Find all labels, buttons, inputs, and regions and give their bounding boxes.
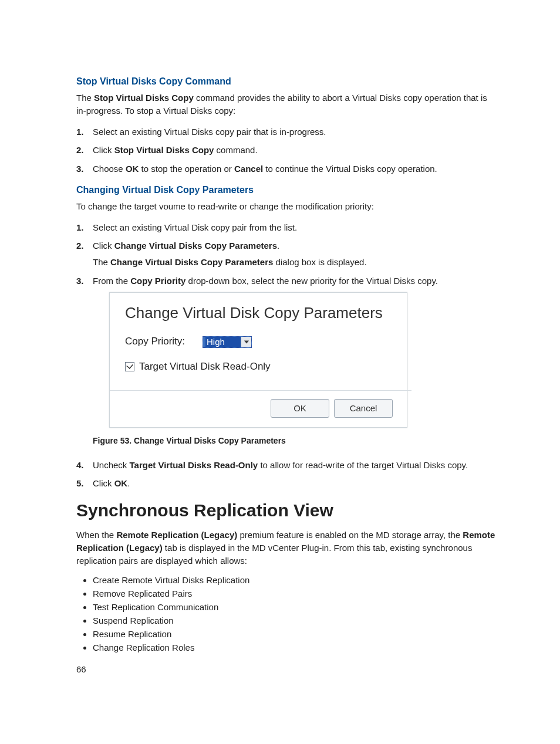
figure-caption: Figure 53. Change Virtual Disks Copy Par… bbox=[93, 435, 495, 447]
dialog-screenshot: Change Virtual Disk Copy Parameters Copy… bbox=[109, 292, 407, 428]
list-item: Select an existing Virtual Disks copy pa… bbox=[93, 126, 495, 138]
list-item: Change Replication Roles bbox=[93, 642, 495, 652]
dialog-title: Change Virtual Disk Copy Parameters bbox=[125, 302, 396, 324]
text: drop-down box, select the new priority f… bbox=[185, 276, 438, 286]
text-bold: Copy Priority bbox=[130, 276, 185, 286]
list-item: Test Replication Communication bbox=[93, 602, 495, 612]
text: Click bbox=[93, 145, 114, 155]
text: Select an existing Virtual Disks copy pa… bbox=[93, 127, 326, 137]
text: Select an existing Virtual Disk copy pai… bbox=[93, 222, 297, 232]
text-bold: Stop Virtual Disks Copy bbox=[94, 93, 194, 103]
text: The bbox=[76, 93, 94, 103]
text: Choose bbox=[93, 164, 126, 174]
list-item: Uncheck Target Virtual Disks Read-Only t… bbox=[93, 459, 495, 472]
text: Click bbox=[93, 478, 114, 488]
ok-button[interactable]: OK bbox=[271, 399, 329, 418]
text: premium feature is enabled on the MD sto… bbox=[237, 530, 463, 540]
text: to allow for read-write of the target Vi… bbox=[258, 460, 468, 470]
divider bbox=[110, 390, 411, 391]
list-item: Select an existing Virtual Disk copy pai… bbox=[93, 221, 495, 234]
chevron-down-icon[interactable] bbox=[241, 337, 251, 347]
list-item: Choose OK to stop the operation or Cance… bbox=[93, 163, 495, 175]
text-bold: OK bbox=[114, 478, 128, 488]
text: command. bbox=[214, 145, 257, 155]
list-item: Resume Replication bbox=[93, 629, 495, 639]
list-item: From the Copy Priority drop-down box, se… bbox=[93, 275, 495, 447]
text: Click bbox=[93, 241, 114, 251]
page-number: 66 bbox=[76, 664, 495, 674]
heading-sync: Synchronous Replication View bbox=[76, 500, 495, 520]
target-readonly-checkbox[interactable] bbox=[125, 362, 134, 371]
text: From the bbox=[93, 276, 130, 286]
text-bold: Change Virtual Disks Copy Parameters bbox=[114, 241, 277, 251]
list-item: Remove Replicated Pairs bbox=[93, 589, 495, 598]
document-page: Stop Virtual Disks Copy Command The Stop… bbox=[0, 0, 560, 709]
text: dialog box is displayed. bbox=[273, 257, 366, 267]
bullet-list: Create Remote Virtual Disks Replication … bbox=[76, 575, 495, 652]
text-bold: Remote Replication (Legacy) bbox=[116, 530, 237, 540]
text-bold: Stop Virtual Disks Copy bbox=[114, 145, 214, 155]
text: When the bbox=[76, 530, 116, 540]
cancel-button[interactable]: Cancel bbox=[334, 399, 393, 418]
target-readonly-label: Target Virtual Disk Read-Only bbox=[139, 360, 271, 374]
ordered-list: Select an existing Virtual Disk copy pai… bbox=[76, 221, 495, 491]
paragraph: The Stop Virtual Disks Copy command prov… bbox=[76, 92, 495, 117]
text: The bbox=[93, 257, 110, 267]
text: . bbox=[277, 241, 279, 251]
text: Uncheck bbox=[93, 460, 130, 470]
text: . bbox=[127, 478, 130, 488]
list-item: Click Stop Virtual Disks Copy command. bbox=[93, 144, 495, 157]
list-item: Click OK. bbox=[93, 477, 495, 490]
ordered-list: Select an existing Virtual Disks copy pa… bbox=[76, 126, 495, 175]
text-bold: Cancel bbox=[234, 164, 263, 174]
paragraph: When the Remote Replication (Legacy) pre… bbox=[76, 529, 495, 567]
copy-priority-dropdown[interactable]: High bbox=[203, 336, 252, 348]
text-bold: Target Virtual Disks Read-Only bbox=[130, 460, 258, 470]
section-heading-stop: Stop Virtual Disks Copy Command bbox=[76, 76, 495, 87]
list-item: Create Remote Virtual Disks Replication bbox=[93, 575, 495, 585]
section-heading-change: Changing Virtual Disk Copy Parameters bbox=[76, 185, 495, 195]
paragraph: To change the target voume to read-write… bbox=[76, 200, 495, 213]
copy-priority-label: Copy Priority: bbox=[125, 334, 185, 349]
list-item: Click Change Virtual Disks Copy Paramete… bbox=[93, 239, 495, 269]
text-bold: OK bbox=[126, 164, 139, 174]
dropdown-selected: High bbox=[205, 337, 241, 347]
text: to continue the Virtual Disks copy opera… bbox=[263, 164, 437, 174]
text: to stop the operation or bbox=[139, 164, 234, 174]
text-bold: Change Virtual Disks Copy Parameters bbox=[110, 257, 273, 267]
list-item: Suspend Replication bbox=[93, 616, 495, 625]
